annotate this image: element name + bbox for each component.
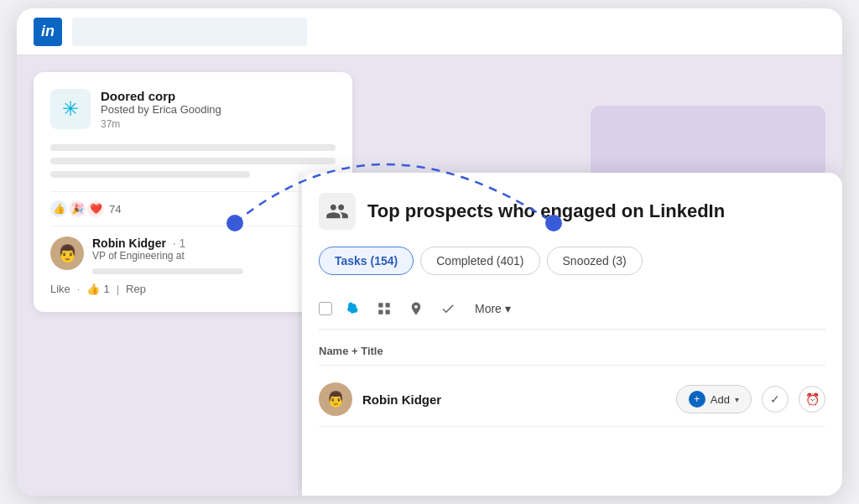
post-time: 37m bbox=[101, 118, 120, 130]
company-logo-icon: ✳ bbox=[50, 89, 91, 129]
snooze-action-button[interactable]: ⏰ bbox=[799, 386, 825, 413]
commenter-info: Robin Kidger · 1 VP of Engineering at bbox=[92, 236, 243, 274]
content-line-2 bbox=[50, 158, 336, 164]
reaction-count: 74 bbox=[109, 203, 121, 216]
commenter-name: Robin Kidger · 1 bbox=[92, 236, 243, 250]
commenter-avatar: 👨 bbox=[50, 236, 84, 270]
device-frame: in ✳ Doored corp Posted by Erica Gooding… bbox=[17, 8, 842, 496]
tab-completed[interactable]: Completed (401) bbox=[420, 247, 539, 275]
table-toolbar: More ▾ bbox=[319, 288, 825, 330]
add-dropdown-chevron: ▾ bbox=[735, 395, 739, 404]
main-content: ✳ Doored corp Posted by Erica Gooding 37… bbox=[17, 55, 842, 496]
select-all-checkbox[interactable] bbox=[319, 302, 332, 315]
tab-tasks[interactable]: Tasks (154) bbox=[319, 247, 414, 275]
name-title-column-header: Name + Title bbox=[319, 345, 383, 357]
table-header: Name + Title bbox=[319, 336, 825, 366]
grid-icon[interactable] bbox=[372, 297, 396, 320]
separator-1: · bbox=[77, 283, 81, 295]
post-content bbox=[50, 144, 336, 178]
more-label: More bbox=[475, 302, 502, 315]
company-name: Doored corp bbox=[101, 89, 221, 103]
like-reaction: 👍 bbox=[50, 200, 67, 217]
tab-snoozed[interactable]: Snoozed (3) bbox=[547, 247, 643, 275]
posted-by: Posted by Erica Gooding bbox=[101, 103, 221, 116]
celebrate-reaction: 🎉 bbox=[69, 200, 86, 217]
content-line-1 bbox=[50, 144, 336, 151]
panel-title: Top prospects who engaged on LinkedIn bbox=[367, 200, 725, 222]
linkedin-logo: in bbox=[34, 18, 62, 46]
post-meta: Doored corp Posted by Erica Gooding 37m bbox=[101, 89, 221, 131]
check-action-button[interactable]: ✓ bbox=[762, 386, 789, 413]
content-line-3 bbox=[50, 171, 250, 178]
prospect-name: Robin Kidger bbox=[362, 392, 666, 407]
more-chevron-icon: ▾ bbox=[505, 302, 511, 315]
add-to-salesforce-icon: + bbox=[689, 391, 705, 408]
checkmark-icon[interactable] bbox=[436, 297, 460, 320]
comment-text-line bbox=[92, 268, 243, 274]
like-action[interactable]: Like bbox=[50, 283, 70, 295]
prospect-avatar: 👨 bbox=[319, 382, 352, 416]
linkedin-search-bar[interactable] bbox=[72, 18, 307, 46]
reaction-icons: 👍 🎉 ❤️ bbox=[50, 200, 104, 217]
like-count-action[interactable]: 👍 1 bbox=[86, 283, 109, 295]
post-header: ✳ Doored corp Posted by Erica Gooding 37… bbox=[50, 89, 336, 131]
prospect-row: 👨 Robin Kidger + Add ▾ ✓ ⏰ bbox=[319, 372, 825, 427]
post-actions: Like · 👍 1 | Rep bbox=[50, 283, 336, 295]
reply-action[interactable]: Rep bbox=[126, 283, 146, 295]
salesforce-icon[interactable] bbox=[341, 297, 364, 320]
prospects-panel: Top prospects who engaged on LinkedIn Ta… bbox=[302, 173, 842, 496]
more-button[interactable]: More ▾ bbox=[468, 299, 518, 319]
add-label: Add bbox=[711, 393, 730, 406]
prospects-panel-icon bbox=[319, 193, 356, 230]
comment-row: 👨 Robin Kidger · 1 VP of Engineering at bbox=[50, 236, 336, 274]
commenter-title: VP of Engineering at bbox=[92, 250, 243, 262]
panel-header: Top prospects who engaged on LinkedIn bbox=[319, 193, 825, 230]
separator-2: | bbox=[117, 283, 119, 295]
location-icon[interactable] bbox=[404, 297, 428, 320]
reactions-row: 👍 🎉 ❤️ 74 bbox=[50, 191, 336, 226]
tabs-row: Tasks (154) Completed (401) Snoozed (3) bbox=[319, 247, 825, 275]
add-button[interactable]: + Add ▾ bbox=[676, 385, 752, 413]
love-reaction: ❤️ bbox=[87, 200, 104, 217]
linkedin-topbar: in bbox=[17, 8, 842, 55]
